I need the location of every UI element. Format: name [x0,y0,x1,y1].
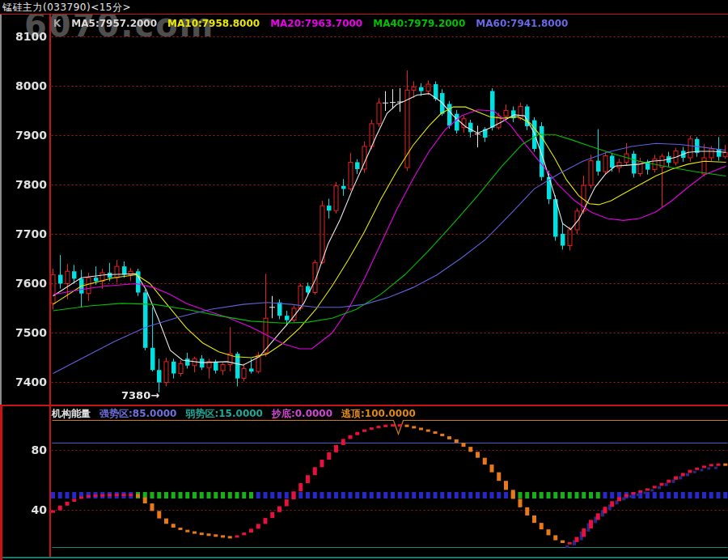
price-tick-label: 7500 [0,326,47,339]
price-tick-label: 7900 [0,129,47,142]
subpanel-bottom-border [2,557,728,558]
trading-app-window: 6070.com 锰硅主力(033790)<15分> KMA5:7957.200… [0,0,728,560]
low-price-annotation: 7380→ [121,389,159,401]
left-frame-upper [0,15,2,405]
energy-tick-label: 40 [0,503,47,516]
price-tick-label: 7800 [0,178,47,191]
contract-title: 锰硅主力(033790)<15分> [2,1,131,15]
price-tick-label: 8100 [0,30,47,43]
legend-item: 机构能量 [52,407,91,421]
legend-item: MA5:7957.2000 [71,18,157,29]
legend-item: 强势区:85.0000 [99,407,176,421]
title-bar: 锰硅主力(033790)<15分> [0,0,728,15]
price-tick-label: 7400 [0,375,47,388]
legend-item: MA40:7979.2000 [373,18,465,29]
chart-canvas[interactable] [0,0,728,560]
price-tick-label: 7600 [0,277,47,290]
legend-item: MA10:7958.8000 [167,18,260,29]
ma-legend-row: KMA5:7957.2000MA10:7958.8000MA20:7963.70… [53,18,568,29]
legend-item: 逃顶:100.0000 [341,407,416,421]
price-tick-label: 8000 [0,79,47,92]
subpanel-top-border [0,405,728,406]
energy-tick-label: 80 [0,443,47,456]
legend-item: K [53,18,61,29]
price-tick-label: 7700 [0,227,47,240]
legend-item: 抄底:0.0000 [272,407,332,421]
subpanel-left-border [0,405,2,560]
indicator-legend-row: 机构能量强势区:85.0000弱势区:15.0000抄底:0.0000逃顶:10… [52,407,416,421]
axis-divider-line [49,15,51,557]
legend-item: MA60:7941.8000 [476,18,568,29]
legend-item: MA20:7963.7000 [270,18,362,29]
legend-item: 弱势区:15.0000 [185,407,262,421]
